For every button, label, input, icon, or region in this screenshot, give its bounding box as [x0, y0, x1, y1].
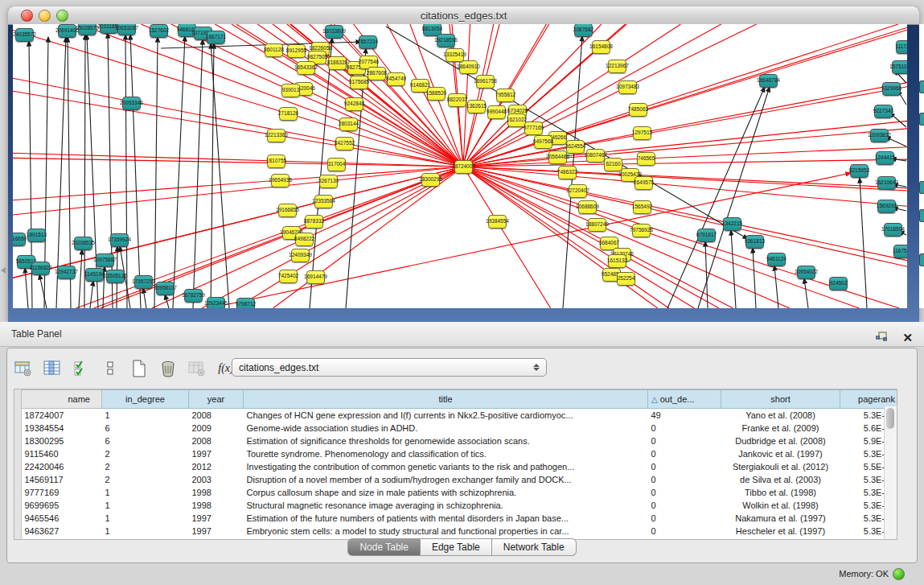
network-node[interactable]: 19384554: [488, 215, 507, 229]
network-node[interactable]: 6791917: [697, 229, 716, 242]
float-panel-icon[interactable]: [872, 328, 891, 347]
network-node[interactable]: 2087682: [574, 24, 593, 37]
network-node[interactable]: 20691406: [58, 24, 76, 38]
network-node[interactable]: 9990448: [487, 105, 506, 119]
network-node[interactable]: 9242848: [345, 97, 363, 111]
tab-network-table[interactable]: Network Table: [492, 538, 577, 556]
column-header-outde[interactable]: △out_de...: [648, 390, 721, 409]
network-node[interactable]: 16782759: [184, 289, 203, 303]
network-node[interactable]: 20053346: [122, 97, 141, 110]
window-titlebar[interactable]: citations_edges.txt: [8, 6, 919, 25]
network-node[interactable]: 10954022: [797, 266, 815, 279]
network-node[interactable]: 924502: [829, 277, 848, 290]
network-node[interactable]: 8186328: [328, 56, 347, 70]
network-node[interactable]: 1297515: [633, 126, 651, 140]
network-node[interactable]: 16961758: [476, 75, 495, 89]
network-node[interactable]: 1810755: [267, 154, 285, 168]
network-node[interactable]: 20206535: [74, 237, 92, 250]
table-row[interactable]: 946362711997Embryonic stem cells: a mode…: [22, 525, 898, 538]
network-node[interactable]: 15028570: [78, 24, 97, 35]
network-node[interactable]: 8454749: [387, 72, 405, 86]
network-node[interactable]: 12942737: [57, 266, 76, 279]
network-node[interactable]: 9227343: [874, 105, 893, 118]
network-node[interactable]: 1667171: [207, 31, 225, 44]
network-node[interactable]: 8601128: [265, 43, 283, 57]
network-node[interactable]: 8427552: [335, 137, 354, 150]
network-node[interactable]: 18640910: [459, 60, 478, 74]
network-node[interactable]: 19218596: [437, 34, 455, 47]
network-node[interactable]: 16543362: [297, 61, 315, 75]
network-node[interactable]: 2718126: [279, 107, 298, 121]
network-node[interactable]: 9798712: [236, 298, 255, 308]
table-row[interactable]: 911546021997Tourette syndrome. Phenomeno…: [22, 447, 898, 460]
network-node[interactable]: 13325419: [446, 48, 464, 62]
column-header-title[interactable]: title: [244, 390, 648, 409]
table-settings-icon[interactable]: [14, 359, 33, 378]
table-selector-dropdown[interactable]: citations_edges.txt: [232, 358, 547, 377]
network-node[interactable]: 8215953: [850, 164, 869, 178]
network-node[interactable]: 12409349: [291, 249, 310, 262]
table-row[interactable]: 969969511998Structural magnetic resonanc…: [22, 499, 898, 512]
select-rows-icon[interactable]: [72, 359, 91, 378]
network-node[interactable]: 15751024: [892, 60, 907, 74]
network-node[interactable]: 10975887: [96, 253, 114, 267]
network-node[interactable]: 12213363: [267, 129, 285, 142]
table-scrollbar[interactable]: [884, 406, 897, 539]
column-header-short[interactable]: short: [721, 390, 840, 409]
network-node[interactable]: 8912955: [287, 44, 306, 58]
network-node[interactable]: 12213967: [608, 60, 626, 73]
network-node[interactable]: 939013: [281, 84, 300, 97]
network-node[interactable]: 12353584: [314, 195, 333, 208]
close-panel-icon[interactable]: ✕: [902, 332, 913, 344]
network-node[interactable]: 18300295: [421, 173, 440, 187]
network-node[interactable]: 17957253: [134, 275, 153, 289]
network-node[interactable]: 18807249: [588, 218, 606, 232]
network-node[interactable]: 2516650: [13, 233, 26, 246]
network-node[interactable]: 7425402: [279, 270, 298, 283]
network-node[interactable]: 8878332: [305, 215, 323, 229]
network-node[interactable]: 9777169: [524, 122, 543, 135]
network-node[interactable]: 16914479: [306, 270, 325, 284]
network-node[interactable]: 1527602: [150, 24, 168, 38]
column-header-year[interactable]: year: [189, 390, 244, 409]
network-node[interactable]: 10807467: [586, 149, 605, 163]
network-node[interactable]: 3624554: [566, 140, 585, 154]
network-node[interactable]: 7857224: [359, 35, 377, 49]
network-node[interactable]: 12720407: [569, 184, 587, 198]
row-height-icon[interactable]: [101, 359, 120, 378]
network-node[interactable]: 11156823: [31, 262, 50, 275]
network-node[interactable]: 1621022: [507, 113, 526, 127]
network-node[interactable]: 8498222: [295, 233, 314, 246]
network-node[interactable]: 746565: [637, 152, 655, 166]
network-node[interactable]: 16648784: [759, 74, 778, 88]
network-node[interactable]: 1145194: [85, 268, 104, 282]
network-node[interactable]: 10653287: [117, 24, 136, 35]
network-node[interactable]: 9461124: [767, 253, 786, 266]
table-row[interactable]: 1456911722003Disruption of a novel membe…: [22, 473, 898, 486]
network-node[interactable]: 10973483: [618, 80, 637, 94]
network-node[interactable]: 1891513: [27, 229, 46, 242]
table-row[interactable]: 977716911998Corpus callosum shape and si…: [22, 486, 898, 499]
network-node[interactable]: 17016504: [884, 223, 902, 237]
network-node[interactable]: 1244415: [876, 151, 894, 165]
network-node[interactable]: 1362615: [467, 100, 486, 113]
network-node[interactable]: 1565492: [633, 200, 651, 214]
network-node[interactable]: 7485063: [629, 103, 647, 117]
network-node[interactable]: 2803144: [339, 117, 358, 131]
network-node[interactable]: 62160: [604, 158, 622, 171]
table-row[interactable]: 1872400712008Changes of HCN gene express…: [22, 409, 898, 422]
network-node[interactable]: 1342215: [723, 217, 741, 231]
network-node[interactable]: 19654935: [271, 174, 290, 187]
network-node[interactable]: 10688609: [578, 200, 597, 214]
network-node[interactable]: 3175685: [350, 76, 368, 89]
table-scrollbar-thumb[interactable]: [886, 408, 894, 429]
network-node[interactable]: 9329966: [882, 82, 901, 96]
network-node[interactable]: 12093832: [870, 129, 889, 142]
table-row[interactable]: 1830029562008Estimation of significance …: [22, 435, 898, 447]
network-node[interactable]: 1117306: [896, 40, 907, 54]
network-node[interactable]: 7486322: [558, 166, 577, 179]
column-header-name[interactable]: name: [22, 390, 102, 409]
column-chooser-icon[interactable]: [43, 359, 62, 378]
column-header-indegree[interactable]: in_degree: [102, 390, 189, 409]
network-node[interactable]: 79756928: [632, 224, 651, 237]
